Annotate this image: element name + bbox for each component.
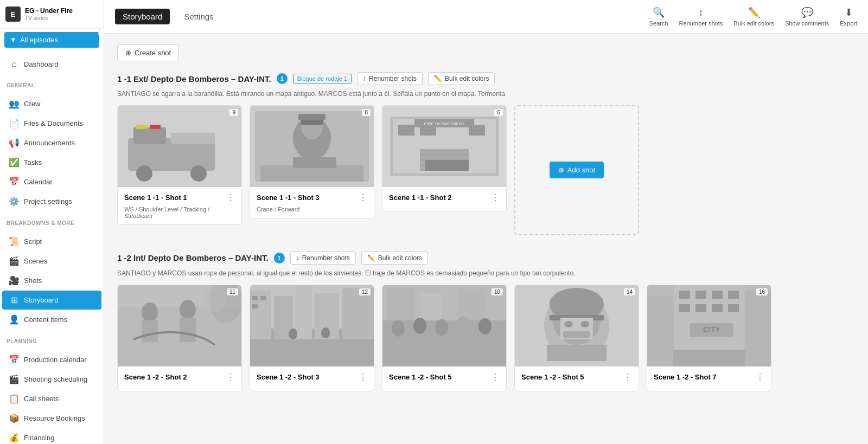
svg-rect-88 — [647, 296, 673, 366]
sidebar-item-shots[interactable]: 🎥 Shots — [2, 271, 101, 290]
filter-icon: ▼ — [10, 36, 17, 44]
shot-s2-3-header: Scene 1 -2 - Shot 3 ⋮ — [257, 372, 367, 382]
scene-1-renumber-button[interactable]: ↕ Renumber shots — [357, 72, 423, 85]
shot-card-s2-3: 12 Scene 1 -2 - Shot 3 ⋮ — [250, 285, 374, 391]
svg-point-61 — [435, 319, 448, 336]
shot-s1-3-detail: Crane / Forward — [257, 206, 367, 213]
toolbar-search[interactable]: 🔍 Search — [649, 7, 668, 27]
create-shot-button[interactable]: ⊕ Create shot — [117, 44, 179, 61]
shot-card-s1-2: FIRE DEPARTMENT 6 Scene 1 -1 - Shot 2 ⋮ — [382, 105, 507, 212]
shots-label: Shots — [24, 276, 42, 285]
svg-text:FIRE DEPARTMENT: FIRE DEPARTMENT — [424, 121, 465, 126]
shot-card-s1-3-image[interactable]: 8 — [250, 106, 374, 187]
shot-s2-7-more-button[interactable]: ⋮ — [756, 372, 764, 382]
shot-card-s2-3-image[interactable]: 12 — [250, 285, 374, 366]
tab-storyboard[interactable]: Storyboard — [115, 9, 170, 24]
shot-s2-5a-num-badge: 10 — [492, 288, 503, 295]
shot-card-s2-2-image[interactable]: 11 — [118, 285, 241, 366]
shot-card-s2-7-image[interactable]: CITY 16 — [647, 285, 771, 366]
sidebar-item-production-calendar[interactable]: 📅 Production calendar — [2, 350, 101, 369]
sidebar-item-scenes[interactable]: 🎬 Scenes — [2, 252, 101, 271]
sidebar-item-announcements[interactable]: 📢 Announcements — [2, 133, 101, 152]
svg-rect-73 — [547, 345, 607, 361]
svg-rect-35 — [142, 320, 158, 342]
sidebar-item-project-settings[interactable]: ⚙️ Project settings — [2, 192, 101, 211]
sidebar-item-storyboard[interactable]: ⊞ Storyboard — [2, 291, 101, 310]
shot-s1-1-more-button[interactable]: ⋮ — [226, 192, 235, 203]
toolbar-export[interactable]: ⬇ Export — [840, 7, 857, 27]
calendar-label: Calendar — [24, 178, 53, 186]
svg-rect-83 — [712, 304, 723, 312]
announcements-icon: 📢 — [9, 138, 20, 148]
scene-2-renumber-button[interactable]: ↕ Renumber shots — [290, 252, 356, 265]
shot-card-s2-5b: 14 Scene 1 -2 - Shot 5 ⋮ — [514, 285, 639, 391]
add-shot-placeholder[interactable]: ⊕ Add shot — [514, 105, 639, 235]
shot-s1-2-num-badge: 6 — [494, 109, 503, 116]
shot-s2-3-num-badge: 12 — [359, 288, 371, 295]
shot-card-s2-5a-image[interactable]: 10 — [382, 285, 506, 366]
sidebar-item-content-items[interactable]: 👤 Content items — [2, 310, 101, 329]
add-shot-button[interactable]: ⊕ Add shot — [550, 162, 604, 178]
storyboard-label: Storyboard — [24, 296, 59, 304]
files-icon: 📄 — [9, 118, 20, 128]
svg-rect-47 — [252, 296, 258, 300]
toolbar-bulk-edit[interactable]: ✏️ Bulk edit colors — [733, 7, 774, 27]
svg-rect-2 — [133, 127, 166, 144]
shot-s1-3-num-badge: 8 — [362, 109, 371, 116]
scene-2-renumber-label: Renumber shots — [302, 254, 350, 262]
renumber-shots-icon-2: ↕ — [296, 254, 299, 262]
shot-s2-5a-title: Scene 1 -2 - Shot 5 — [389, 373, 452, 381]
announcements-label: Announcements — [24, 139, 75, 147]
search-label: Search — [649, 20, 668, 27]
sidebar-item-tasks[interactable]: ✅ Tasks — [2, 153, 101, 172]
shot-s2-2-more-button[interactable]: ⋮ — [226, 372, 235, 382]
shot-s1-3-more-button[interactable]: ⋮ — [359, 192, 367, 203]
toolbar-renumber[interactable]: ↕ Renumber shots — [679, 7, 723, 27]
svg-rect-22 — [398, 125, 414, 136]
tab-settings[interactable]: Settings — [176, 9, 221, 24]
shot-s2-5a-header: Scene 1 -2 - Shot 5 ⋮ — [389, 372, 500, 382]
general-nav: 👥 Crew 📄 Files & Documents 📢 Announcemen… — [0, 91, 104, 215]
scene-1-header: 1 -1 Ext/ Depto De Bomberos – DAY-INT. 1… — [117, 72, 855, 85]
sidebar-item-call-sheets[interactable]: 📋 Call sheets — [2, 389, 101, 408]
shot-card-s1-1-image[interactable]: 9 — [118, 106, 241, 187]
scene-1-bulk-edit-label: Bulk edit colors — [445, 75, 489, 82]
svg-point-34 — [142, 303, 158, 322]
general-section-label: GENERAL — [0, 77, 104, 91]
shot-s2-7-header: Scene 1 -2 - Shot 7 ⋮ — [654, 372, 764, 382]
tasks-icon: ✅ — [9, 157, 20, 168]
sidebar-item-dashboard[interactable]: ⌂ Dashboard — [2, 55, 101, 73]
toolbar-comments[interactable]: 💬 Show comments — [785, 7, 829, 27]
svg-rect-44 — [296, 285, 312, 339]
sidebar-item-shooting-scheduling[interactable]: 🎬 Shooting scheduling — [2, 370, 101, 389]
sidebar-item-script[interactable]: 📜 Script — [2, 232, 101, 251]
search-icon: 🔍 — [653, 7, 665, 18]
shot-s1-3-header: Scene 1 -1 - Shot 3 ⋮ — [257, 192, 367, 203]
all-episodes-button[interactable]: ▼ All episodes — [4, 32, 99, 48]
shot-card-s1-3: 8 Scene 1 -1 - Shot 3 ⋮ Crane / Forward — [250, 105, 374, 218]
episodes-section: ▼ All episodes — [0, 29, 104, 51]
production-calendar-icon: 📅 — [9, 355, 20, 365]
script-icon: 📜 — [9, 236, 20, 247]
sidebar-item-financing[interactable]: 💰 Financing — [2, 428, 101, 444]
svg-rect-89 — [745, 291, 771, 366]
shot-s2-5a-more-button[interactable]: ⋮ — [491, 372, 500, 382]
scene-1-bulk-edit-button[interactable]: ✏️ Bulk edit colors — [428, 72, 495, 85]
shot-s2-3-more-button[interactable]: ⋮ — [359, 372, 367, 382]
sidebar-item-files[interactable]: 📄 Files & Documents — [2, 114, 101, 133]
shot-s2-3-title: Scene 1 -2 - Shot 3 — [257, 373, 320, 381]
shot-s1-2-more-button[interactable]: ⋮ — [491, 192, 500, 203]
sidebar-item-calendar[interactable]: 📅 Calendar — [2, 172, 101, 191]
sidebar-item-resource-bookings[interactable]: 📦 Resource Bookings — [2, 409, 101, 428]
shooting-scheduling-label: Shooting scheduling — [24, 375, 87, 383]
shot-card-s2-7: CITY 16 Scene 1 -2 - Shot 7 ⋮ — [647, 285, 771, 391]
shot-s2-5b-more-button[interactable]: ⋮ — [623, 372, 632, 382]
shot-card-s1-2-image[interactable]: FIRE DEPARTMENT 6 — [382, 106, 506, 187]
logo-text: EG - Under Fire TV series — [25, 7, 73, 21]
shot-card-s2-5b-image[interactable]: 14 — [515, 285, 639, 366]
sidebar-item-crew[interactable]: 👥 Crew — [2, 94, 101, 113]
svg-rect-7 — [150, 125, 161, 129]
svg-rect-84 — [728, 304, 739, 312]
shot-s1-2-body: Scene 1 -1 - Shot 2 ⋮ — [382, 187, 506, 211]
scene-2-bulk-edit-button[interactable]: ✏️ Bulk edit colors — [361, 252, 428, 265]
